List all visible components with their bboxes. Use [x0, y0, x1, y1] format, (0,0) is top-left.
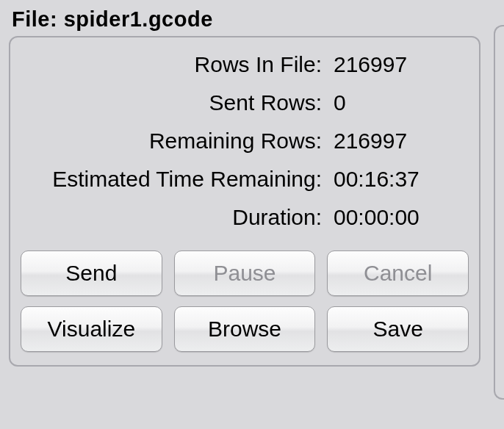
- visualize-button[interactable]: Visualize: [21, 306, 162, 352]
- send-button[interactable]: Send: [21, 250, 162, 296]
- remaining-rows-value: 216997: [334, 129, 466, 154]
- duration-value: 00:00:00: [334, 205, 466, 230]
- rows-in-file-value: 216997: [334, 52, 466, 77]
- stats-grid: Rows In File: 216997 Sent Rows: 0 Remain…: [21, 52, 469, 230]
- rows-in-file-label: Rows In File:: [24, 52, 322, 77]
- sent-rows-value: 0: [334, 90, 466, 115]
- file-name: spider1.gcode: [64, 7, 213, 31]
- browse-button[interactable]: Browse: [174, 306, 316, 352]
- cancel-button[interactable]: Cancel: [327, 250, 469, 296]
- est-time-label: Estimated Time Remaining:: [24, 167, 322, 192]
- remaining-rows-label: Remaining Rows:: [24, 129, 322, 154]
- file-prefix: File:: [12, 7, 64, 31]
- adjacent-panel-edge: [494, 25, 504, 400]
- file-info-panel: Rows In File: 216997 Sent Rows: 0 Remain…: [9, 36, 480, 367]
- sent-rows-label: Sent Rows:: [24, 90, 322, 115]
- button-row-2: Visualize Browse Save: [21, 306, 469, 352]
- est-time-value: 00:16:37: [334, 167, 466, 192]
- duration-label: Duration:: [24, 205, 322, 230]
- save-button[interactable]: Save: [327, 306, 469, 352]
- pause-button[interactable]: Pause: [174, 250, 316, 296]
- file-title: File: spider1.gcode: [12, 7, 495, 32]
- button-row-1: Send Pause Cancel: [21, 250, 469, 296]
